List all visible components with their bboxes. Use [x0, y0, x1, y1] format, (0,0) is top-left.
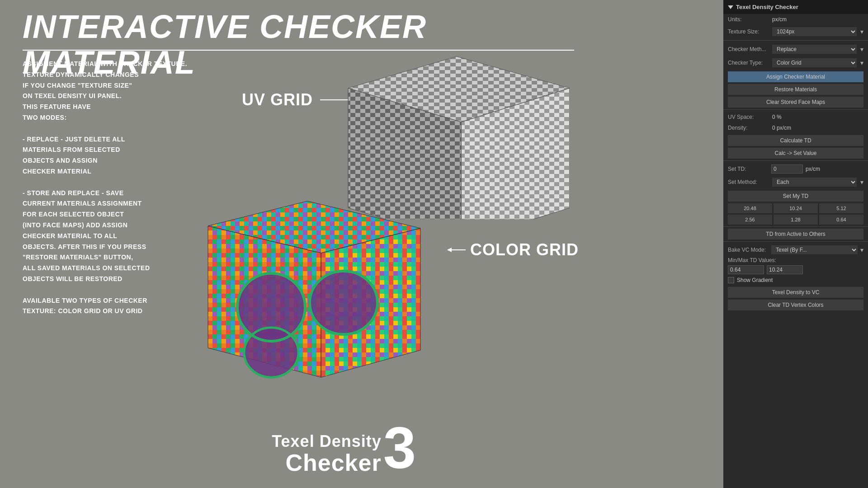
divider-1 — [723, 40, 868, 41]
brand-top: Texel Density — [272, 432, 381, 451]
brand-number: 3 — [383, 422, 416, 474]
panel-title: Texel Density Checker — [723, 0, 868, 14]
desc-line-4: ON TEXEL DENSITY UI PANEL. — [23, 91, 226, 102]
desc-line-2: TEXTURE DYNAMICALLY CHANGES — [23, 70, 226, 80]
units-row: Units: px/cm — [723, 14, 868, 25]
texel-density-vc-button[interactable]: Texel Density to VC — [728, 287, 863, 298]
desc-line-8: MATERIALS FROM SELECTED — [23, 145, 226, 155]
uv-space-value: 0 % — [772, 114, 782, 120]
set-my-td-button[interactable]: Set My TD — [728, 191, 863, 202]
color-grid-label: COLOR GRID — [470, 240, 579, 259]
checker-type-dropdown-icon: ▾ — [860, 59, 863, 66]
td-preset-20-48[interactable]: 20.48 — [728, 203, 772, 213]
main-content: INTERACTIVE CHECKER MATERIAL ASSIGMENT M… — [0, 0, 579, 488]
set-td-label: Set TD: — [728, 166, 769, 172]
td-preset-10-24[interactable]: 10.24 — [774, 203, 818, 213]
minmax-label: Min/Max TD Values: — [723, 256, 868, 264]
desc-line-6: TWO MODES: — [23, 113, 226, 123]
color-grid-arrow — [448, 249, 466, 250]
set-method-select[interactable]: Each All — [772, 178, 857, 187]
desc-line-9: OBJECTS AND ASSIGN — [23, 155, 226, 166]
max-td-input[interactable] — [767, 265, 803, 274]
panel-title-label: Texel Density Checker — [736, 4, 798, 10]
td-presets-grid: 20.48 10.24 5.12 2.56 1.28 0.64 — [728, 203, 863, 225]
td-preset-5-12[interactable]: 5.12 — [819, 203, 863, 213]
set-td-row: Set TD: px/cm — [723, 163, 868, 175]
checker-method-dropdown-icon: ▾ — [860, 46, 863, 53]
bake-vc-mode-row: Bake VC Mode: Texel (By F... Texel (By V… — [723, 244, 868, 256]
uv-grid-cube — [326, 52, 570, 219]
bake-vc-select[interactable]: Texel (By F... Texel (By V) — [771, 245, 858, 254]
set-td-input[interactable] — [771, 164, 803, 174]
units-label: Units: — [728, 16, 769, 23]
show-gradient-label: Show Gradient — [737, 277, 773, 283]
checker-method-select[interactable]: Replace Store and Replace — [772, 45, 857, 54]
title-divider — [23, 50, 574, 51]
set-td-unit: px/cm — [806, 166, 820, 172]
texture-size-row: Texture Size: 1024px 512px 2048px 4096px… — [723, 25, 868, 38]
set-method-label: Set Method: — [728, 179, 769, 185]
texture-size-dropdown-icon: ▾ — [860, 28, 863, 35]
divider-4 — [723, 226, 868, 227]
clear-td-vertex-colors-button[interactable]: Clear TD Vertex Colors — [728, 300, 863, 310]
uv-space-row: UV Space: 0 % — [723, 112, 868, 122]
density-value: 0 px/cm — [772, 125, 791, 131]
restore-materials-button[interactable]: Restore Materials — [728, 84, 863, 95]
set-method-dropdown-icon: ▾ — [860, 178, 863, 186]
assign-checker-material-button[interactable]: Assign Checker Material — [728, 71, 863, 82]
calculate-td-button[interactable]: Calculate TD — [728, 135, 863, 146]
right-panel: Texel Density Checker Units: px/cm Textu… — [723, 0, 868, 488]
min-td-input[interactable] — [728, 265, 764, 274]
checker-method-row: Checker Meth... Replace Store and Replac… — [723, 42, 868, 56]
td-preset-0-64[interactable]: 0.64 — [819, 215, 863, 225]
texture-size-select[interactable]: 1024px 512px 2048px 4096px — [772, 27, 857, 36]
minmax-inputs-row — [723, 264, 868, 275]
desc-line-7: - REPLACE - JUST DELETE ALL — [23, 134, 226, 145]
divider-5 — [723, 241, 868, 242]
checker-type-select[interactable]: Color Grid UV Grid — [772, 58, 857, 67]
calc-set-value-button[interactable]: Calc -> Set Value — [728, 148, 863, 159]
td-preset-2-56[interactable]: 2.56 — [728, 215, 772, 225]
checker-type-row: Checker Type: Color Grid UV Grid ▾ — [723, 56, 868, 70]
show-gradient-checkbox[interactable] — [728, 277, 734, 283]
divider-2 — [723, 109, 868, 110]
checker-type-label: Checker Type: — [728, 60, 769, 66]
td-from-active-button[interactable]: TD from Active to Others — [728, 229, 863, 239]
td-preset-1-28[interactable]: 1.28 — [774, 215, 818, 225]
uv-grid-label: UV GRID — [242, 90, 313, 109]
desc-line-3: IF YOU CHANGE "TEXTURE SIZE" — [23, 80, 226, 91]
texture-size-label: Texture Size: — [728, 28, 769, 35]
desc-line-10: CHECKER MATERIAL — [23, 166, 226, 177]
bake-vc-label: Bake VC Mode: — [728, 247, 769, 253]
set-method-row: Set Method: Each All ▾ — [723, 175, 868, 189]
clear-stored-face-maps-button[interactable]: Clear Stored Face Maps — [728, 97, 863, 108]
divider-3 — [723, 160, 868, 161]
units-value: px/cm — [772, 16, 787, 23]
density-row: Density: 0 px/cm — [723, 122, 868, 133]
desc-line-1: ASSIGMENT MATERIAL WITH CHECKER TEXTURE. — [23, 59, 226, 70]
bake-vc-dropdown-icon: ▾ — [860, 246, 863, 253]
color-grid-cube — [194, 199, 434, 389]
panel-collapse-icon — [728, 5, 733, 9]
desc-line-5: THIS FEATURE HAVE — [23, 102, 226, 113]
density-label: Density: — [728, 125, 769, 131]
uv-space-label: UV Space: — [728, 114, 769, 120]
show-gradient-row: Show Gradient — [723, 275, 868, 285]
desc-line-11: - STORE AND REPLACE - SAVE — [23, 188, 226, 199]
brand-bottom: Checker — [272, 451, 381, 474]
checker-method-label: Checker Meth... — [728, 46, 769, 52]
brand-logo: Texel Density Checker 3 — [272, 422, 416, 474]
